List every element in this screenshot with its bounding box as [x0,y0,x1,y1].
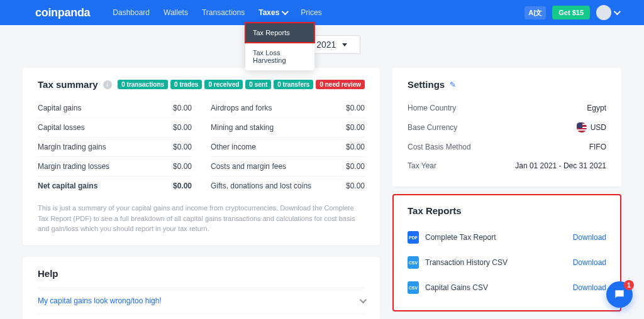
value: $0.00 [173,162,192,171]
dropdown-tax-loss-harvesting[interactable]: Tax Loss Harvesting [245,43,314,70]
label: Airdrops and forks [211,104,272,112]
value: FIFO [589,143,606,151]
pdf-icon: PDF [408,231,419,244]
value: $0.00 [173,123,192,132]
value: $0.00 [346,143,365,151]
value: $0.00 [346,162,365,171]
csv-icon: CSV [408,256,419,269]
row-other-income: Other income$0.00 [211,138,365,157]
value: $0.00 [173,104,192,112]
settings-title: Settings [408,79,445,90]
badge-trades[interactable]: 0 trades [170,80,202,89]
nav-dashboard[interactable]: Dashboard [113,8,150,17]
language-button[interactable]: A|文 [525,6,546,19]
badge-need-review[interactable]: 0 need review [316,80,365,89]
tax-reports-title: Tax Reports [408,205,462,216]
taxes-dropdown: Tax Reports Tax Loss Harvesting [245,23,314,70]
setting-home-country: Home CountryEgypt [408,99,606,117]
year-value: 2021 [316,40,336,50]
top-navbar: coinpanda Dashboard Wallets Transactions… [0,0,644,25]
report-label: Complete Tax Report [425,233,496,242]
edit-icon[interactable]: ✎ [450,80,456,89]
us-flag-icon [577,122,587,132]
row-costs: Costs and margin fees$0.00 [211,157,365,176]
chevron-down-icon [360,296,367,303]
help-question: My capital gains look wrong/too high! [38,296,162,305]
badge-transfers[interactable]: 0 transfers [274,80,313,89]
download-link[interactable]: Download [573,283,606,292]
label: Base Currency [408,123,457,132]
value: $0.00 [346,181,365,190]
download-link[interactable]: Download [573,233,606,242]
row-margin-losses: Margin trading losses$0.00 [38,157,192,176]
label: Margin trading gains [38,143,106,151]
value: $0.00 [346,104,365,112]
csv-icon: CSV [408,281,419,294]
avatar-icon [596,5,611,20]
report-label: Transaction History CSV [425,258,508,267]
nav-wallets[interactable]: Wallets [164,8,188,17]
value: $0.00 [173,181,192,190]
row-capital-losses: Capital losses$0.00 [38,118,192,138]
label: Cost Basis Method [408,143,471,151]
tax-summary-card: Tax summary i 0 transactions 0 trades 0 … [23,68,380,246]
value: USD [577,122,606,132]
dropdown-tax-reports[interactable]: Tax Reports [245,23,314,43]
summary-note: This is just a summary of your capital g… [38,203,365,234]
summary-grid: Capital gains$0.00 Capital losses$0.00 M… [38,99,365,195]
help-title: Help [38,268,58,279]
nav-taxes-label: Taxes [258,8,279,17]
label: Mining and staking [211,123,274,132]
label: Capital gains [38,104,81,112]
chat-icon [613,288,626,301]
row-net-capital-gains: Net capital gains$0.00 [38,176,192,195]
row-gifts: Gifts, donations and lost coins$0.00 [211,176,365,195]
report-row-transaction-history: CSV Transaction History CSV Download [408,250,606,275]
report-row-complete: PDF Complete Tax Report Download [408,225,606,250]
page-title-row: for 2021 [23,35,621,54]
value: $0.00 [173,143,192,151]
report-label: Capital Gains CSV [425,283,488,292]
user-menu[interactable] [596,5,619,20]
setting-base-currency: Base CurrencyUSD [408,117,606,138]
currency-code: USD [591,123,606,132]
label: Costs and margin fees [211,162,286,171]
row-margin-gains: Margin trading gains$0.00 [38,138,192,157]
brand-logo[interactable]: coinpanda [35,6,90,19]
help-card: Help My capital gains look wrong/too hig… [23,257,380,320]
nav-taxes[interactable]: Taxes [258,8,287,17]
help-item-capital-gains-wrong[interactable]: My capital gains look wrong/too high! [38,288,365,313]
topbar-right: A|文 Get $15 [525,5,619,20]
chat-fab[interactable]: 1 [606,281,633,308]
main-nav: Dashboard Wallets Transactions Taxes Pri… [113,8,321,17]
report-row-capital-gains: CSV Capital Gains CSV Download [408,275,606,300]
label: Net capital gains [38,181,97,190]
label: Tax Year [408,161,436,170]
value: Egypt [587,104,606,112]
help-item-report-taxes[interactable]: Do I need to report my taxes? [38,313,365,320]
badge-transactions[interactable]: 0 transactions [118,80,168,89]
label: Other income [211,143,256,151]
tax-reports-card: Tax Reports PDF Complete Tax Report Down… [392,194,621,311]
promo-button[interactable]: Get $15 [552,6,590,19]
setting-tax-year: Tax YearJan 01 2021 - Dec 31 2021 [408,156,606,175]
chevron-down-icon [282,8,289,15]
download-link[interactable]: Download [573,258,606,267]
info-icon[interactable]: i [103,80,112,89]
chevron-down-icon [614,8,621,15]
label: Home Country [408,104,456,112]
label: Margin trading losses [38,162,109,171]
caret-down-icon [342,43,347,46]
nav-prices[interactable]: Prices [301,8,321,17]
label: Capital losses [38,123,85,132]
setting-cost-basis: Cost Basis MethodFIFO [408,138,606,156]
tax-summary-title: Tax summary [38,79,98,90]
row-airdrops: Airdrops and forks$0.00 [211,99,365,118]
notification-badge: 1 [624,280,634,290]
badge-sent[interactable]: 0 sent [245,80,271,89]
label: Gifts, donations and lost coins [211,181,311,190]
badge-received[interactable]: 0 received [204,80,243,89]
row-capital-gains: Capital gains$0.00 [38,99,192,118]
year-select[interactable]: 2021 [307,35,360,54]
nav-transactions[interactable]: Transactions [202,8,245,17]
